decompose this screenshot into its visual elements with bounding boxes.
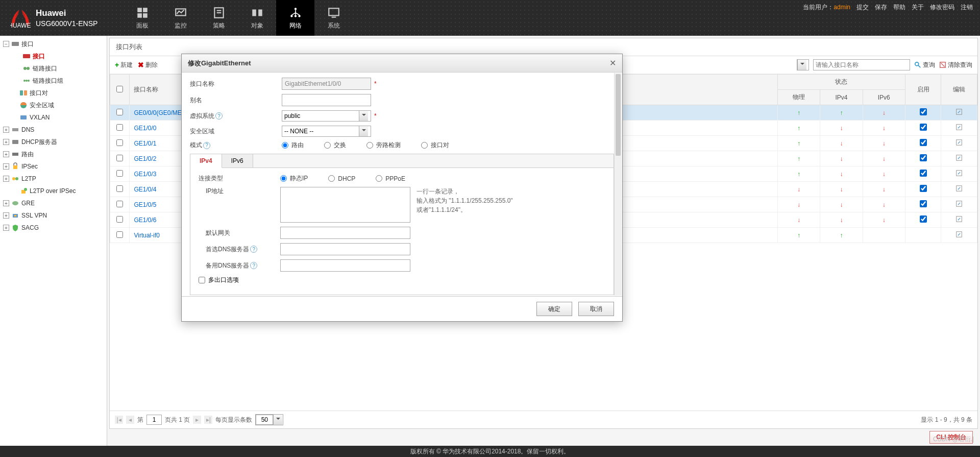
edit-icon[interactable] (955, 125, 963, 132)
enable-checkbox[interactable] (920, 108, 927, 115)
interface-link[interactable]: GE1/0/6 (134, 217, 156, 224)
help-icon[interactable]: ? (203, 142, 210, 149)
help-icon[interactable]: ? (215, 112, 223, 119)
select-all-checkbox[interactable] (116, 86, 123, 92)
enable-checkbox[interactable] (920, 154, 927, 161)
row-checkbox[interactable] (116, 201, 123, 207)
nav-policy[interactable]: 策略 (200, 0, 238, 36)
row-checkbox[interactable] (116, 124, 123, 131)
about-link[interactable]: 关于 (912, 3, 924, 12)
enable-checkbox[interactable] (920, 185, 927, 192)
modal-close-button[interactable]: ✕ (609, 58, 616, 68)
gateway-input[interactable] (280, 227, 410, 239)
per-page-select[interactable] (255, 414, 283, 425)
delete-button[interactable]: ✖删除 (138, 61, 158, 69)
filter-combo[interactable] (797, 59, 809, 70)
interface-link[interactable]: GE1/0/5 (134, 201, 156, 208)
search-input[interactable] (813, 59, 910, 70)
row-checkbox[interactable] (116, 231, 123, 238)
edit-icon[interactable] (955, 217, 963, 224)
interface-link[interactable]: GE0/0/0(GE0/MET (134, 109, 185, 116)
enable-checkbox[interactable] (920, 200, 927, 207)
interface-link[interactable]: GE1/0/3 (134, 171, 156, 178)
interface-link[interactable]: GE1/0/4 (134, 186, 156, 193)
enable-checkbox[interactable] (920, 139, 927, 146)
edit-icon[interactable] (955, 156, 963, 163)
enable-checkbox[interactable] (920, 170, 927, 177)
tree-ipsec[interactable]: +IPSec (0, 160, 107, 173)
nav-system[interactable]: 系统 (314, 0, 353, 36)
ip-address-input[interactable] (280, 187, 410, 223)
nav-dashboard[interactable]: 面板 (123, 0, 161, 36)
enable-checkbox[interactable] (920, 124, 927, 131)
tree-interface-pair[interactable]: 接口对 (0, 87, 107, 99)
enable-checkbox[interactable] (920, 215, 927, 223)
tree-route[interactable]: +路由 (0, 148, 107, 160)
tree-vxlan[interactable]: VXLAN (0, 111, 107, 124)
interface-link[interactable]: GE1/0/0 (134, 125, 156, 132)
tree-interface[interactable]: 接口 (0, 50, 107, 62)
add-button[interactable]: +新建 (115, 61, 133, 69)
mode-route-radio[interactable]: 路由 (282, 141, 304, 150)
pager-last[interactable]: ▸| (204, 416, 212, 424)
tree-l2tp[interactable]: +L2TP (0, 173, 107, 185)
clear-query-button[interactable]: 清除查询 (939, 61, 972, 69)
edit-icon[interactable] (955, 186, 963, 194)
help-link[interactable]: 帮助 (893, 3, 905, 12)
tree-dns[interactable]: +DNS (0, 124, 107, 136)
tree-link-interface[interactable]: 链路接口 (0, 62, 107, 75)
row-checkbox[interactable] (116, 185, 123, 192)
pager-next[interactable]: ▸ (193, 416, 201, 424)
query-button[interactable]: 查询 (914, 61, 935, 69)
conn-pppoe-radio[interactable]: PPPoE (376, 175, 405, 182)
tree-sslvpn[interactable]: +SSL VPN (0, 209, 107, 222)
ok-button[interactable]: 确定 (536, 302, 572, 316)
mode-pair-radio[interactable]: 接口对 (421, 141, 449, 150)
submit-link[interactable]: 提交 (856, 3, 869, 12)
tree-root-interface[interactable]: −接口 (0, 38, 107, 50)
help-icon[interactable]: ? (250, 262, 257, 269)
save-link[interactable]: 保存 (875, 3, 887, 12)
tree-link-interface-group[interactable]: 链路接口组 (0, 75, 107, 87)
interface-link[interactable]: GE1/0/2 (134, 155, 156, 162)
row-checkbox[interactable] (116, 216, 123, 223)
tree-l2tp-ipsec[interactable]: L2TP over IPSec (0, 185, 107, 197)
edit-icon[interactable] (955, 140, 963, 148)
modal-scrollbar[interactable] (614, 73, 622, 296)
nav-network[interactable]: 网络 (276, 0, 314, 36)
vsys-select[interactable] (282, 110, 371, 122)
alias-input[interactable] (282, 94, 371, 106)
edit-icon[interactable] (955, 232, 963, 239)
tree-sacg[interactable]: +SACG (0, 222, 107, 234)
edit-icon[interactable] (955, 171, 963, 178)
conn-static-radio[interactable]: 静态IP (280, 174, 308, 183)
conn-dhcp-radio[interactable]: DHCP (328, 175, 355, 182)
change-password-link[interactable]: 修改密码 (930, 3, 954, 12)
row-checkbox[interactable] (116, 139, 123, 146)
edit-icon[interactable] (955, 110, 963, 117)
mode-switch-radio[interactable]: 交换 (324, 141, 346, 150)
pager-prev[interactable]: ◂ (126, 416, 134, 424)
row-checkbox[interactable] (116, 155, 123, 161)
mode-bypass-radio[interactable]: 旁路检测 (366, 141, 401, 150)
edit-icon[interactable] (955, 202, 963, 209)
row-checkbox[interactable] (116, 170, 123, 177)
nav-monitor[interactable]: 监控 (161, 0, 200, 36)
pager-first[interactable]: |◂ (115, 416, 123, 424)
tab-ipv4[interactable]: IPv4 (190, 154, 222, 168)
logout-link[interactable]: 注销 (961, 3, 973, 12)
tree-security-zone[interactable]: 安全区域 (0, 99, 107, 111)
interface-link[interactable]: GE1/0/1 (134, 140, 156, 147)
interface-link[interactable]: Virtual-if0 (134, 232, 159, 239)
tree-dhcp[interactable]: +DHCP服务器 (0, 136, 107, 148)
alt-dns-input[interactable] (280, 259, 410, 272)
row-checkbox[interactable] (116, 109, 123, 115)
help-icon[interactable]: ? (250, 246, 257, 253)
multi-exit-checkbox[interactable]: 多出口选项 (199, 276, 239, 284)
tree-gre[interactable]: +GRE (0, 197, 107, 209)
zone-select[interactable] (282, 126, 371, 137)
cancel-button[interactable]: 取消 (578, 302, 614, 316)
tab-ipv6[interactable]: IPv6 (222, 154, 253, 167)
pref-dns-input[interactable] (280, 243, 410, 255)
pager-page-input[interactable] (146, 415, 162, 425)
